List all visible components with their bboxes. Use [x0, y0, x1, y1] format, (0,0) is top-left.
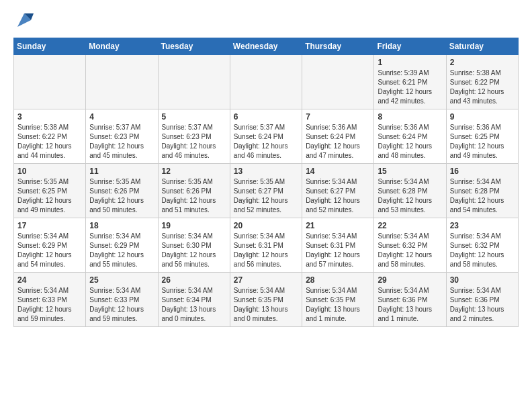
day-info: Sunrise: 5:34 AM Sunset: 6:33 PM Dayligh…: [17, 286, 82, 324]
day-info: Sunrise: 5:38 AM Sunset: 6:22 PM Dayligh…: [17, 123, 82, 161]
day-number: 24: [17, 275, 82, 285]
day-number: 8: [378, 112, 442, 122]
day-number: 21: [306, 221, 370, 230]
calendar-cell: 30Sunrise: 5:34 AM Sunset: 6:36 PM Dayli…: [446, 273, 518, 327]
day-number: 19: [162, 221, 226, 230]
day-number: 30: [450, 275, 515, 285]
calendar-cell: 17Sunrise: 5:34 AM Sunset: 6:29 PM Dayli…: [14, 218, 86, 273]
day-number: 17: [17, 221, 82, 230]
day-number: 13: [234, 167, 298, 176]
day-info: Sunrise: 5:34 AM Sunset: 6:36 PM Dayligh…: [378, 286, 442, 324]
day-number: 5: [162, 112, 226, 122]
calendar-cell: 8Sunrise: 5:36 AM Sunset: 6:24 PM Daylig…: [374, 109, 446, 164]
day-number: 2: [450, 58, 515, 67]
day-number: 18: [89, 221, 154, 230]
day-info: Sunrise: 5:34 AM Sunset: 6:32 PM Dayligh…: [450, 232, 515, 269]
calendar-cell: 5Sunrise: 5:37 AM Sunset: 6:23 PM Daylig…: [158, 109, 230, 164]
calendar-cell: 28Sunrise: 5:34 AM Sunset: 6:35 PM Dayli…: [302, 273, 374, 327]
calendar-cell: 3Sunrise: 5:38 AM Sunset: 6:22 PM Daylig…: [14, 109, 86, 164]
calendar-cell: [86, 55, 158, 109]
day-info: Sunrise: 5:34 AM Sunset: 6:29 PM Dayligh…: [89, 232, 154, 269]
weekday-header-row: SundayMondayTuesdayWednesdayThursdayFrid…: [14, 38, 519, 55]
calendar-cell: 19Sunrise: 5:34 AM Sunset: 6:30 PM Dayli…: [158, 218, 230, 273]
calendar-cell: [302, 55, 374, 109]
calendar-cell: 27Sunrise: 5:34 AM Sunset: 6:35 PM Dayli…: [230, 273, 302, 327]
day-number: 22: [378, 221, 442, 230]
day-number: 6: [234, 112, 298, 122]
calendar-cell: 15Sunrise: 5:34 AM Sunset: 6:28 PM Dayli…: [374, 164, 446, 218]
day-number: 27: [234, 275, 298, 285]
week-row-1: 1Sunrise: 5:39 AM Sunset: 6:21 PM Daylig…: [14, 55, 519, 109]
calendar-cell: 29Sunrise: 5:34 AM Sunset: 6:36 PM Dayli…: [374, 273, 446, 327]
day-info: Sunrise: 5:34 AM Sunset: 6:28 PM Dayligh…: [450, 177, 515, 215]
calendar-cell: 4Sunrise: 5:37 AM Sunset: 6:23 PM Daylig…: [86, 109, 158, 164]
calendar-cell: 18Sunrise: 5:34 AM Sunset: 6:29 PM Dayli…: [86, 218, 158, 273]
day-info: Sunrise: 5:38 AM Sunset: 6:22 PM Dayligh…: [450, 68, 515, 106]
calendar-cell: 14Sunrise: 5:34 AM Sunset: 6:27 PM Dayli…: [302, 164, 374, 218]
calendar-cell: 1Sunrise: 5:39 AM Sunset: 6:21 PM Daylig…: [374, 55, 446, 109]
day-info: Sunrise: 5:34 AM Sunset: 6:33 PM Dayligh…: [89, 286, 154, 324]
calendar-table: SundayMondayTuesdayWednesdayThursdayFrid…: [13, 38, 519, 327]
day-info: Sunrise: 5:34 AM Sunset: 6:27 PM Dayligh…: [306, 177, 370, 215]
calendar-cell: 2Sunrise: 5:38 AM Sunset: 6:22 PM Daylig…: [446, 55, 518, 109]
day-number: 23: [450, 221, 515, 230]
calendar-cell: 7Sunrise: 5:36 AM Sunset: 6:24 PM Daylig…: [302, 109, 374, 164]
day-info: Sunrise: 5:34 AM Sunset: 6:34 PM Dayligh…: [162, 286, 226, 324]
day-number: 28: [306, 275, 370, 285]
calendar-cell: 26Sunrise: 5:34 AM Sunset: 6:34 PM Dayli…: [158, 273, 230, 327]
day-info: Sunrise: 5:34 AM Sunset: 6:28 PM Dayligh…: [378, 177, 442, 215]
day-number: 10: [17, 167, 82, 176]
day-number: 1: [378, 58, 442, 67]
weekday-header-wednesday: Wednesday: [230, 38, 302, 55]
page: SundayMondayTuesdayWednesdayThursdayFrid…: [0, 0, 532, 338]
calendar-cell: 11Sunrise: 5:35 AM Sunset: 6:26 PM Dayli…: [86, 164, 158, 218]
calendar-cell: 12Sunrise: 5:35 AM Sunset: 6:26 PM Dayli…: [158, 164, 230, 218]
day-number: 26: [162, 275, 226, 285]
day-info: Sunrise: 5:35 AM Sunset: 6:26 PM Dayligh…: [162, 177, 226, 215]
day-number: 7: [306, 112, 370, 122]
day-info: Sunrise: 5:34 AM Sunset: 6:32 PM Dayligh…: [378, 232, 442, 269]
calendar-cell: [230, 55, 302, 109]
day-info: Sunrise: 5:39 AM Sunset: 6:21 PM Dayligh…: [378, 68, 442, 106]
logo-icon: [15, 11, 34, 30]
day-info: Sunrise: 5:34 AM Sunset: 6:31 PM Dayligh…: [306, 232, 370, 269]
day-number: 3: [17, 112, 82, 122]
day-info: Sunrise: 5:35 AM Sunset: 6:26 PM Dayligh…: [89, 177, 154, 215]
day-number: 14: [306, 167, 370, 176]
day-number: 25: [89, 275, 154, 285]
day-info: Sunrise: 5:34 AM Sunset: 6:35 PM Dayligh…: [306, 286, 370, 324]
calendar-cell: 16Sunrise: 5:34 AM Sunset: 6:28 PM Dayli…: [446, 164, 518, 218]
weekday-header-friday: Friday: [374, 38, 446, 55]
day-info: Sunrise: 5:34 AM Sunset: 6:35 PM Dayligh…: [234, 286, 298, 324]
day-info: Sunrise: 5:37 AM Sunset: 6:23 PM Dayligh…: [162, 123, 226, 161]
calendar-cell: 22Sunrise: 5:34 AM Sunset: 6:32 PM Dayli…: [374, 218, 446, 273]
calendar-cell: 20Sunrise: 5:34 AM Sunset: 6:31 PM Dayli…: [230, 218, 302, 273]
day-info: Sunrise: 5:34 AM Sunset: 6:36 PM Dayligh…: [450, 286, 515, 324]
day-number: 20: [234, 221, 298, 230]
calendar-cell: 6Sunrise: 5:37 AM Sunset: 6:24 PM Daylig…: [230, 109, 302, 164]
week-row-5: 24Sunrise: 5:34 AM Sunset: 6:33 PM Dayli…: [14, 273, 519, 327]
day-info: Sunrise: 5:34 AM Sunset: 6:30 PM Dayligh…: [162, 232, 226, 269]
weekday-header-sunday: Sunday: [14, 38, 86, 55]
calendar-cell: 9Sunrise: 5:36 AM Sunset: 6:25 PM Daylig…: [446, 109, 518, 164]
day-info: Sunrise: 5:37 AM Sunset: 6:24 PM Dayligh…: [234, 123, 298, 161]
calendar-cell: 13Sunrise: 5:35 AM Sunset: 6:27 PM Dayli…: [230, 164, 302, 218]
day-number: 9: [450, 112, 515, 122]
day-number: 11: [89, 167, 154, 176]
calendar-cell: [158, 55, 230, 109]
day-info: Sunrise: 5:36 AM Sunset: 6:24 PM Dayligh…: [378, 123, 442, 161]
weekday-header-thursday: Thursday: [302, 38, 374, 55]
calendar-cell: 25Sunrise: 5:34 AM Sunset: 6:33 PM Dayli…: [86, 273, 158, 327]
weekday-header-tuesday: Tuesday: [158, 38, 230, 55]
day-info: Sunrise: 5:34 AM Sunset: 6:29 PM Dayligh…: [17, 232, 82, 269]
weekday-header-saturday: Saturday: [446, 38, 518, 55]
logo: [13, 11, 34, 30]
week-row-2: 3Sunrise: 5:38 AM Sunset: 6:22 PM Daylig…: [14, 109, 519, 164]
day-info: Sunrise: 5:36 AM Sunset: 6:24 PM Dayligh…: [306, 123, 370, 161]
day-number: 15: [378, 167, 442, 176]
calendar-cell: 24Sunrise: 5:34 AM Sunset: 6:33 PM Dayli…: [14, 273, 86, 327]
day-number: 29: [378, 275, 442, 285]
day-number: 16: [450, 167, 515, 176]
calendar-cell: 10Sunrise: 5:35 AM Sunset: 6:25 PM Dayli…: [14, 164, 86, 218]
day-info: Sunrise: 5:36 AM Sunset: 6:25 PM Dayligh…: [450, 123, 515, 161]
